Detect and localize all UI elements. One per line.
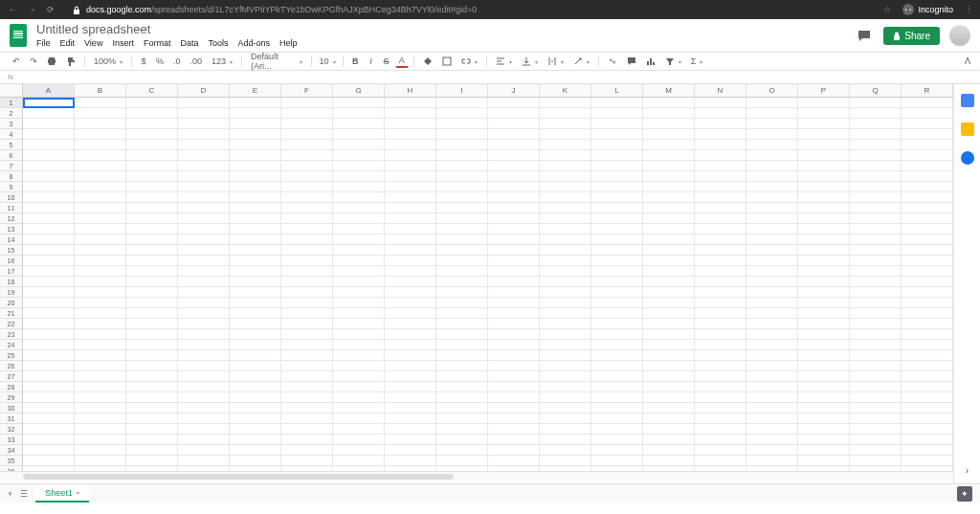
- cell[interactable]: [333, 329, 385, 340]
- currency-button[interactable]: $: [138, 56, 149, 67]
- cell[interactable]: [23, 150, 75, 161]
- cell[interactable]: [591, 382, 643, 392]
- cell[interactable]: [798, 456, 850, 466]
- row-header[interactable]: 33: [0, 435, 23, 445]
- cell[interactable]: [75, 98, 126, 108]
- cell[interactable]: [281, 98, 333, 108]
- cell[interactable]: [798, 108, 850, 119]
- cell[interactable]: [385, 224, 436, 235]
- cell[interactable]: [385, 235, 436, 245]
- row-header[interactable]: 18: [0, 277, 23, 287]
- cell[interactable]: [436, 161, 488, 171]
- forward-button[interactable]: →: [27, 5, 36, 14]
- cell[interactable]: [591, 435, 643, 445]
- cell[interactable]: [488, 308, 540, 319]
- cell[interactable]: [902, 308, 953, 319]
- column-header[interactable]: C: [126, 84, 178, 97]
- row-header[interactable]: 17: [0, 266, 23, 277]
- cell[interactable]: [385, 129, 436, 140]
- cell[interactable]: [23, 403, 75, 413]
- cell[interactable]: [591, 171, 643, 182]
- cell[interactable]: [591, 456, 643, 466]
- cell[interactable]: [230, 445, 281, 456]
- cell[interactable]: [488, 298, 540, 308]
- cell[interactable]: [798, 203, 850, 213]
- cell[interactable]: [591, 140, 643, 150]
- cell[interactable]: [178, 277, 230, 287]
- cell[interactable]: [436, 382, 488, 392]
- cell[interactable]: [540, 203, 591, 213]
- cell[interactable]: [850, 192, 902, 203]
- cell[interactable]: [23, 182, 75, 192]
- cell[interactable]: [333, 371, 385, 382]
- cell[interactable]: [540, 266, 591, 277]
- cell[interactable]: [850, 298, 902, 308]
- cell[interactable]: [281, 192, 333, 203]
- zoom-dropdown[interactable]: 100%: [91, 56, 125, 67]
- cell[interactable]: [385, 119, 436, 129]
- cell[interactable]: [643, 424, 695, 435]
- cell[interactable]: [798, 182, 850, 192]
- cell[interactable]: [385, 435, 436, 445]
- cell[interactable]: [436, 277, 488, 287]
- cell[interactable]: [178, 235, 230, 245]
- cell[interactable]: [281, 150, 333, 161]
- cell[interactable]: [540, 329, 591, 340]
- cell[interactable]: [126, 150, 178, 161]
- cell[interactable]: [902, 192, 953, 203]
- cell[interactable]: [695, 277, 746, 287]
- cell[interactable]: [488, 235, 540, 245]
- cell[interactable]: [488, 277, 540, 287]
- redo-button[interactable]: ↷: [27, 56, 40, 67]
- cell[interactable]: [798, 213, 850, 224]
- cell[interactable]: [488, 435, 540, 445]
- cell[interactable]: [281, 287, 333, 298]
- cell[interactable]: [75, 319, 126, 329]
- cell[interactable]: [850, 108, 902, 119]
- cell[interactable]: [488, 361, 540, 371]
- cell[interactable]: [695, 340, 746, 350]
- cell[interactable]: [333, 413, 385, 424]
- menu-edit[interactable]: Edit: [60, 38, 76, 48]
- cell[interactable]: [591, 361, 643, 371]
- cell[interactable]: [75, 371, 126, 382]
- cell[interactable]: [902, 361, 953, 371]
- cell[interactable]: [75, 361, 126, 371]
- cell[interactable]: [75, 456, 126, 466]
- cell[interactable]: [436, 403, 488, 413]
- cell[interactable]: [488, 371, 540, 382]
- cell[interactable]: [23, 424, 75, 435]
- cell[interactable]: [746, 171, 798, 182]
- cell[interactable]: [178, 361, 230, 371]
- row-header[interactable]: 6: [0, 150, 23, 161]
- cell[interactable]: [436, 213, 488, 224]
- cell[interactable]: [488, 192, 540, 203]
- cell[interactable]: [230, 108, 281, 119]
- text-color-button[interactable]: A: [396, 55, 408, 68]
- reload-button[interactable]: ⟳: [46, 5, 56, 14]
- cell[interactable]: [850, 413, 902, 424]
- cell[interactable]: [902, 235, 953, 245]
- cell[interactable]: [230, 329, 281, 340]
- cell[interactable]: [798, 382, 850, 392]
- decrease-decimal-button[interactable]: .0: [170, 56, 184, 67]
- cell[interactable]: [178, 298, 230, 308]
- column-header[interactable]: G: [333, 84, 385, 97]
- cell[interactable]: [902, 298, 953, 308]
- cell[interactable]: [230, 382, 281, 392]
- cell[interactable]: [436, 182, 488, 192]
- cell[interactable]: [178, 224, 230, 235]
- cell[interactable]: [385, 403, 436, 413]
- cell[interactable]: [126, 308, 178, 319]
- cell[interactable]: [126, 340, 178, 350]
- increase-decimal-button[interactable]: .00: [188, 56, 206, 67]
- cell[interactable]: [75, 203, 126, 213]
- cell[interactable]: [436, 340, 488, 350]
- cell[interactable]: [488, 340, 540, 350]
- cell[interactable]: [436, 445, 488, 456]
- cell[interactable]: [230, 182, 281, 192]
- cell[interactable]: [436, 287, 488, 298]
- cell[interactable]: [230, 361, 281, 371]
- cell[interactable]: [591, 161, 643, 171]
- cell[interactable]: [643, 403, 695, 413]
